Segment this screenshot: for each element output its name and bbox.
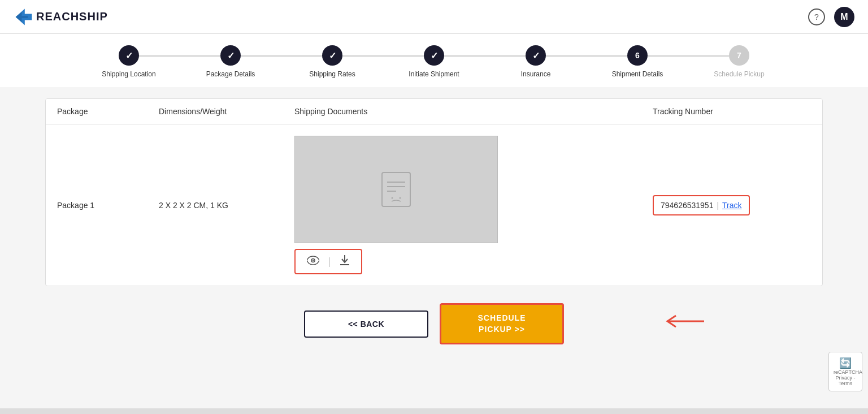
step-5: ✓ Insurance bbox=[485, 45, 587, 78]
step-circle-1[interactable]: ✓ bbox=[119, 45, 139, 66]
recaptcha-icon: 🔄 bbox=[834, 357, 857, 369]
svg-point-7 bbox=[400, 197, 401, 199]
step-circle-5[interactable]: ✓ bbox=[526, 45, 546, 66]
bottom-buttons: << BACK SCHEDULEPICKUP >> bbox=[45, 286, 823, 356]
header: ReachShip ? M bbox=[0, 0, 868, 34]
dimensions-text: 2 X 2 X 2 CM, 1 KG bbox=[159, 201, 294, 210]
step-symbol-5: ✓ bbox=[532, 50, 540, 61]
eye-icon bbox=[307, 256, 319, 265]
doc-action-divider: | bbox=[328, 256, 331, 268]
header-right: ? M bbox=[808, 7, 854, 27]
step-label-7: Schedule Pickup bbox=[714, 70, 764, 78]
red-arrow-icon bbox=[665, 313, 710, 330]
table-header: Package Dimensions/Weight Shipping Docum… bbox=[46, 99, 822, 124]
step-circle-4[interactable]: ✓ bbox=[424, 45, 444, 66]
svg-rect-2 bbox=[382, 172, 410, 206]
schedule-pickup-button[interactable]: SCHEDULEPICKUP >> bbox=[440, 303, 564, 344]
step-7: 7 Schedule Pickup bbox=[688, 45, 790, 78]
step-circle-7[interactable]: 7 bbox=[729, 45, 749, 66]
stepper: ✓ Shipping Location ✓ Package Details ✓ … bbox=[0, 34, 868, 87]
tracking-number: 794626531951 bbox=[661, 201, 713, 210]
user-avatar[interactable]: M bbox=[834, 7, 854, 27]
step-circle-6[interactable]: 6 bbox=[627, 45, 648, 66]
package-name: Package 1 bbox=[57, 201, 159, 210]
svg-point-9 bbox=[312, 260, 313, 261]
svg-point-6 bbox=[392, 197, 393, 199]
step-label-1: Shipping Location bbox=[102, 70, 155, 78]
step-symbol-2: ✓ bbox=[227, 50, 235, 61]
tracking-cell-wrapper: 794626531951 | Track bbox=[653, 195, 811, 215]
col-dimensions: Dimensions/Weight bbox=[159, 107, 294, 116]
app-name: ReachShip bbox=[36, 10, 108, 23]
step-symbol-3: ✓ bbox=[329, 50, 336, 61]
arrow-indicator bbox=[665, 313, 710, 330]
step-4: ✓ Initiate Shipment bbox=[383, 45, 485, 78]
logo: ReachShip bbox=[14, 7, 108, 27]
step-symbol-4: ✓ bbox=[431, 50, 438, 61]
step-symbol-7: 7 bbox=[737, 51, 741, 60]
scrollbar[interactable] bbox=[0, 408, 868, 414]
step-label-5: Insurance bbox=[521, 70, 551, 78]
recaptcha-subtext: Privacy - Terms bbox=[834, 375, 857, 386]
step-label-3: Shipping Rates bbox=[309, 70, 355, 78]
step-symbol-1: ✓ bbox=[125, 50, 133, 61]
main-content: Package Dimensions/Weight Shipping Docum… bbox=[0, 87, 868, 367]
col-package: Package bbox=[57, 107, 159, 116]
col-tracking: Tracking Number bbox=[653, 107, 811, 116]
logo-icon bbox=[14, 7, 34, 27]
doc-preview-cell: | bbox=[294, 136, 653, 274]
step-3: ✓ Shipping Rates bbox=[281, 45, 383, 78]
col-shipping-docs: Shipping Documents bbox=[294, 107, 653, 116]
download-arrow-icon bbox=[340, 255, 350, 266]
preview-icon[interactable] bbox=[307, 256, 319, 268]
help-button[interactable]: ? bbox=[808, 8, 825, 25]
tracking-cell: 794626531951 | Track bbox=[653, 195, 750, 215]
step-label-4: Initiate Shipment bbox=[409, 70, 459, 78]
recaptcha-label: reCAPTCHA bbox=[834, 369, 857, 375]
step-circle-2[interactable]: ✓ bbox=[220, 45, 241, 66]
step-1: ✓ Shipping Location bbox=[78, 45, 180, 78]
step-circle-3[interactable]: ✓ bbox=[322, 45, 342, 66]
step-symbol-6: 6 bbox=[635, 51, 640, 60]
step-2: ✓ Package Details bbox=[180, 45, 281, 78]
doc-image-placeholder bbox=[294, 136, 498, 243]
track-link[interactable]: Track bbox=[722, 201, 741, 210]
tracking-separator: | bbox=[717, 201, 719, 210]
recaptcha-badge: 🔄 reCAPTCHA Privacy - Terms bbox=[828, 352, 862, 391]
back-button[interactable]: << BACK bbox=[304, 310, 428, 338]
step-6: 6 Shipment Details bbox=[587, 45, 688, 78]
step-label-2: Package Details bbox=[206, 70, 255, 78]
table-row: Package 1 2 X 2 X 2 CM, 1 KG bbox=[46, 124, 822, 286]
download-icon[interactable] bbox=[340, 255, 350, 269]
doc-actions: | bbox=[294, 249, 362, 274]
step-label-6: Shipment Details bbox=[612, 70, 663, 78]
shipment-table: Package Dimensions/Weight Shipping Docum… bbox=[45, 98, 823, 286]
broken-doc-icon bbox=[379, 170, 413, 209]
